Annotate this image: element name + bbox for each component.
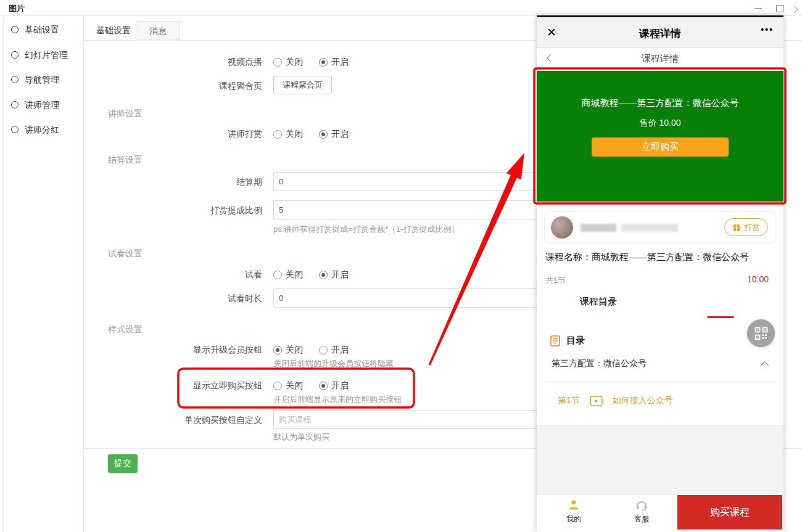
banner-course-title: 商城教程——第三方配置：微信公众号 (537, 97, 783, 109)
tab-message[interactable]: 消息 (136, 21, 180, 40)
radio-on[interactable]: 开启 (319, 345, 349, 356)
circle-icon (11, 76, 19, 83)
radio-on[interactable]: 开启 (319, 129, 349, 140)
circle-icon (11, 101, 19, 108)
sidebar-item-basic-settings[interactable]: 基础设置 (4, 23, 83, 37)
field-label-trial-duration: 试看时长 (99, 293, 262, 305)
radio-icon (319, 346, 328, 354)
qr-icon (754, 327, 768, 340)
lesson-title: 如何接入公众号 (613, 395, 673, 406)
tabbar-label: 我的 (549, 514, 598, 525)
radio-label: 关闭 (286, 129, 303, 140)
headset-icon (635, 499, 648, 511)
phone-nav-title: 课程详情 (537, 53, 783, 65)
field-label-single-buy: 单次购买按钮自定义 (99, 415, 262, 426)
app-window: { "window": { "title": "图片" }, "icons": … (0, 0, 802, 532)
blurred-name (581, 224, 616, 232)
active-tab-underline (707, 316, 734, 318)
section-teacher-settings: 讲师设置 (108, 108, 143, 120)
phone-navbar: 课程详情 (537, 48, 783, 69)
collapse-chevron-icon[interactable] (761, 361, 769, 369)
sidebar-item-label: 基础设置 (25, 25, 59, 36)
submit-button[interactable]: 提交 (108, 454, 138, 473)
lesson-number: 第1节 (558, 395, 580, 406)
user-icon (568, 499, 580, 511)
radio-off[interactable]: 关闭 (273, 380, 303, 391)
phone-titlebar: ✕ 课程详情 ••• (537, 17, 783, 48)
teacher-card: 打赏 (544, 211, 776, 242)
field-label-aggregate: 课程聚合页 (99, 81, 262, 92)
document-icon (550, 335, 560, 346)
phone-title: 课程详情 (537, 27, 783, 41)
radio-off[interactable]: 关闭 (273, 57, 303, 68)
circle-icon (11, 51, 19, 59)
circle-icon (11, 26, 19, 33)
sidebar-item-label: 讲师分红 (25, 125, 59, 136)
radio-off[interactable]: 关闭 (273, 345, 303, 356)
sidebar-item-teachers[interactable]: 讲师管理 (4, 99, 83, 112)
field-label-buy-button: 显示立即购买按钮 (99, 380, 262, 391)
catalog-title: 目录 (566, 335, 585, 346)
reward-pill-button[interactable]: 打赏 (724, 218, 768, 236)
gift-icon (732, 223, 741, 232)
field-label-reward: 讲师打赏 (99, 129, 262, 140)
window-left-border (3, 16, 4, 532)
window-title: 图片 (9, 3, 25, 14)
section-trial-settings: 试看设置 (108, 248, 143, 260)
radio-off[interactable]: 关闭 (273, 269, 303, 280)
upgrade-radio-group: 关闭 开启 (273, 345, 349, 356)
radio-label: 关闭 (286, 269, 303, 280)
radio-on[interactable]: 开启 (319, 57, 349, 68)
aggregate-page-button[interactable]: 课程聚合页 (273, 76, 332, 94)
radio-icon (319, 382, 328, 390)
sidebar-item-teacher-dividend[interactable]: 讲师分红 (4, 123, 83, 137)
buy-course-button[interactable]: 购买课程 (677, 495, 782, 530)
radio-icon (319, 58, 328, 67)
sidebar-item-navigation[interactable]: 导航管理 (4, 73, 83, 87)
radio-label: 开启 (331, 269, 349, 280)
chevron-right-icon[interactable] (792, 4, 801, 12)
minimize-icon[interactable] (754, 4, 763, 12)
section-settlement-settings: 结算设置 (108, 155, 143, 166)
tab-basic-settings[interactable]: 基础设置 (91, 21, 136, 40)
trial-radio-group: 关闭 开启 (273, 269, 349, 280)
course-banner: 商城教程——第三方配置：微信公众号 售价 10.00 立即购买 (537, 71, 783, 202)
sidebar-item-label: 讲师管理 (25, 100, 59, 111)
lesson-row[interactable]: 第1节 如何接入公众号 (558, 395, 673, 406)
sidebar-item-label: 导航管理 (25, 75, 59, 86)
more-menu-icon[interactable]: ••• (761, 25, 774, 35)
reward-radio-group: 关闭 开启 (273, 129, 349, 140)
radio-on[interactable]: 开启 (319, 269, 349, 280)
vod-radio-group: 关闭 开启 (273, 57, 349, 68)
radio-icon (273, 346, 282, 354)
tabbar-label: 客服 (617, 514, 666, 525)
sidebar-item-label: 幻灯片管理 (25, 50, 68, 61)
avatar (551, 216, 573, 239)
radio-icon (319, 130, 328, 139)
tabbar-item-mine[interactable]: 我的 (549, 499, 598, 525)
catalog-header: 目录 (550, 335, 585, 346)
field-label-vod: 视频点播 (99, 57, 262, 68)
course-name-line: 课程名称：商城教程——第三方配置：微信公众号 (545, 252, 749, 263)
reward-ratio-helper: ps:讲师获得打赏提成=打赏金额*（1-打赏提成比例） (273, 224, 460, 235)
radio-icon (273, 382, 282, 390)
field-label-reward-ratio: 打赏提成比例 (99, 205, 262, 216)
tab-course-catalog[interactable]: 课程目录 (537, 296, 660, 308)
qr-code-button[interactable] (747, 319, 775, 347)
maximize-icon[interactable] (775, 4, 783, 12)
tabbar-item-service[interactable]: 客服 (617, 499, 666, 525)
sidebar-divider (83, 16, 84, 532)
buy-radio-group: 关闭 开启 (273, 380, 349, 391)
buy-now-button[interactable]: 立即购买 (592, 137, 729, 157)
sidebar-item-slides[interactable]: 幻灯片管理 (4, 49, 83, 62)
radio-label: 关闭 (286, 57, 303, 68)
field-label-trial: 试看 (99, 269, 262, 280)
radio-off[interactable]: 关闭 (273, 129, 303, 140)
radio-icon (319, 271, 328, 279)
radio-on[interactable]: 开启 (319, 380, 349, 391)
radio-label: 关闭 (286, 380, 303, 391)
blurred-name (621, 224, 678, 232)
radio-icon (273, 271, 282, 279)
buy-helper: 开启后前端显示原来的立即购买按钮 (273, 394, 402, 405)
radio-label: 开启 (331, 380, 349, 391)
